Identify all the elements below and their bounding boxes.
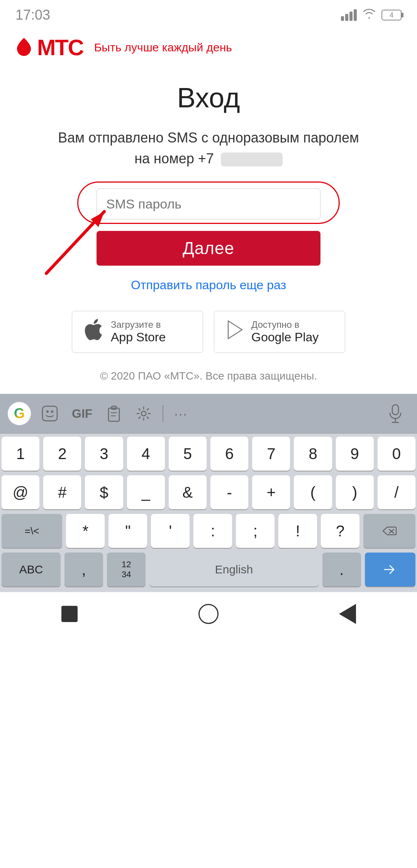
key-6[interactable]: 6 (210, 437, 248, 471)
nav-square-btn[interactable] (57, 602, 82, 626)
key-comma[interactable]: , (64, 553, 103, 587)
key-space[interactable]: English (149, 553, 319, 587)
svg-rect-5 (108, 408, 119, 421)
nav-home-btn[interactable] (196, 602, 221, 626)
gif-btn[interactable]: GIF (65, 403, 99, 425)
clipboard-btn[interactable] (99, 401, 129, 426)
more-btn[interactable]: ··· (167, 402, 194, 425)
nav-back-btn[interactable] (335, 602, 360, 626)
key-closeparen[interactable]: ) (336, 475, 374, 509)
input-area (23, 188, 394, 219)
key-ampersand[interactable]: & (169, 475, 207, 509)
status-icons: 4 (341, 8, 402, 22)
special-row-1: @ # $ _ & - + ( ) / (2, 475, 415, 509)
emoji-btn[interactable] (35, 402, 65, 426)
key-dquote[interactable]: " (108, 514, 147, 548)
key-period[interactable]: . (322, 553, 361, 587)
key-exclaim[interactable]: ! (278, 514, 317, 548)
key-squote[interactable]: ' (151, 514, 190, 548)
key-9[interactable]: 9 (336, 437, 374, 471)
key-1[interactable]: 1 (2, 437, 39, 471)
circle-icon (198, 604, 219, 624)
svg-point-3 (46, 410, 49, 413)
keyboard: G GIF (0, 394, 417, 592)
square-icon (61, 606, 78, 622)
status-bar: 17:03 4 (0, 0, 417, 27)
key-at[interactable]: @ (2, 475, 39, 509)
key-openparen[interactable]: ( (294, 475, 332, 509)
svg-rect-2 (42, 406, 57, 421)
key-symbols[interactable]: =\< (2, 514, 62, 548)
wifi-icon (362, 8, 376, 22)
google-keyboard-btn[interactable]: G (8, 402, 31, 425)
keyboard-toolbar: G GIF (0, 394, 417, 434)
store-buttons: Загрузите в App Store Доступно в Google … (42, 311, 375, 353)
bottom-row: ABC , 1234 English . (2, 553, 415, 587)
key-semicolon[interactable]: ; (236, 514, 275, 548)
number-row: 1 2 3 4 5 6 7 8 9 0 (2, 437, 415, 471)
mts-drop-icon (15, 37, 32, 58)
microphone-btn[interactable] (381, 400, 409, 427)
key-slash[interactable]: / (378, 475, 415, 509)
app-header: МТС Быть лучше каждый день (0, 27, 417, 66)
bottom-navigation (0, 592, 417, 634)
battery-icon: 4 (381, 10, 402, 20)
key-5[interactable]: 5 (169, 437, 207, 471)
arrow-annotation (35, 196, 131, 281)
settings-btn[interactable] (129, 402, 159, 426)
back-icon (339, 604, 356, 624)
key-colon[interactable]: : (193, 514, 232, 548)
googleplay-text: Доступно в Google Play (251, 319, 319, 344)
key-8[interactable]: 8 (294, 437, 332, 471)
appstore-text: Загрузите в App Store (111, 319, 166, 344)
svg-point-4 (51, 410, 53, 413)
key-hash[interactable]: # (43, 475, 81, 509)
sms-info-text: Вам отправлено SMS с одноразовым паролем… (50, 127, 367, 169)
key-3[interactable]: 3 (85, 437, 123, 471)
key-4[interactable]: 4 (127, 437, 165, 471)
keyboard-rows: 1 2 3 4 5 6 7 8 9 0 @ # $ _ & - + ( ) / … (0, 434, 417, 592)
key-minus[interactable]: - (210, 475, 248, 509)
delete-key[interactable] (363, 514, 415, 548)
key-dollar[interactable]: $ (85, 475, 123, 509)
key-asterisk[interactable]: * (66, 514, 105, 548)
key-underscore[interactable]: _ (127, 475, 165, 509)
phone-number-blurred (221, 153, 283, 166)
key-0[interactable]: 0 (378, 437, 415, 471)
googleplay-button[interactable]: Доступно в Google Play (214, 311, 345, 353)
key-question[interactable]: ? (321, 514, 359, 548)
svg-rect-10 (392, 405, 398, 415)
appstore-button[interactable]: Загрузите в App Store (72, 311, 203, 353)
play-icon (227, 320, 244, 344)
key-abc[interactable]: ABC (2, 553, 61, 587)
special-row-2: =\< * " ' : ; ! ? (2, 514, 415, 548)
resend-password-link[interactable]: Отправить пароль еще раз (131, 278, 286, 292)
brand-name: МТС (37, 36, 83, 59)
key-numgroup[interactable]: 1234 (107, 553, 146, 587)
mts-logo: МТС (15, 36, 83, 59)
key-plus[interactable]: + (252, 475, 290, 509)
copyright-text: © 2020 ПАО «МТС». Все права защищены. (100, 370, 317, 382)
status-time: 17:03 (15, 7, 50, 23)
main-content: Вход Вам отправлено SMS с одноразовым па… (0, 66, 417, 394)
key-enter[interactable] (365, 553, 415, 587)
page-title: Вход (177, 82, 240, 114)
apple-icon (85, 319, 103, 345)
signal-icon (341, 9, 357, 21)
toolbar-divider (163, 405, 163, 422)
brand-slogan: Быть лучше каждый день (94, 41, 232, 54)
key-2[interactable]: 2 (43, 437, 81, 471)
svg-point-9 (141, 411, 146, 416)
key-7[interactable]: 7 (252, 437, 290, 471)
